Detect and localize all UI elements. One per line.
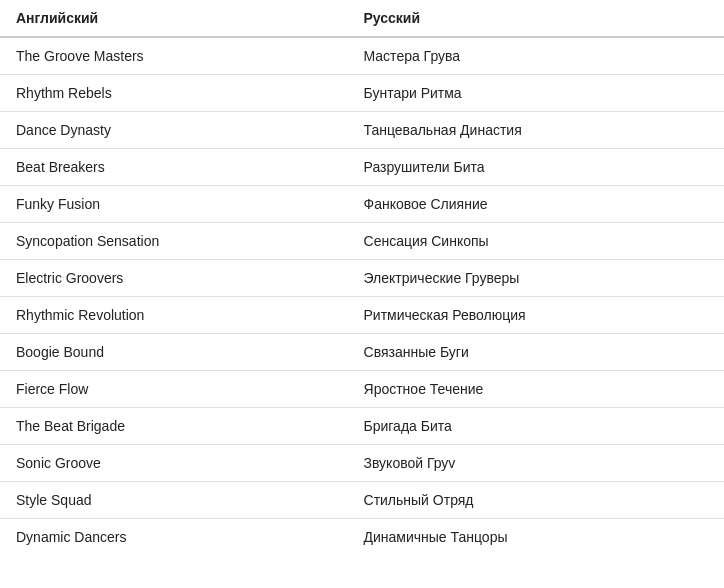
table-row: Rhythmic RevolutionРитмическая Революция (0, 297, 724, 334)
cell-english: Dance Dynasty (0, 112, 348, 149)
cell-russian: Мастера Грува (348, 37, 724, 75)
cell-english: Beat Breakers (0, 149, 348, 186)
cell-russian: Ритмическая Революция (348, 297, 724, 334)
table-row: Dance DynastyТанцевальная Династия (0, 112, 724, 149)
cell-russian: Яростное Течение (348, 371, 724, 408)
cell-russian: Стильный Отряд (348, 482, 724, 519)
cell-english: Rhythmic Revolution (0, 297, 348, 334)
table-row: Beat BreakersРазрушители Бита (0, 149, 724, 186)
cell-english: Fierce Flow (0, 371, 348, 408)
cell-russian: Динамичные Танцоры (348, 519, 724, 556)
cell-russian: Сенсация Синкопы (348, 223, 724, 260)
table-row: Style SquadСтильный Отряд (0, 482, 724, 519)
cell-russian: Звуковой Груv (348, 445, 724, 482)
cell-english: Syncopation Sensation (0, 223, 348, 260)
cell-russian: Связанные Буги (348, 334, 724, 371)
header-russian: Русский (348, 0, 724, 37)
cell-english: Electric Groovers (0, 260, 348, 297)
header-english: Английский (0, 0, 348, 37)
cell-english: Boogie Bound (0, 334, 348, 371)
cell-english: The Beat Brigade (0, 408, 348, 445)
table-row: Electric GrooversЭлектрические Груверы (0, 260, 724, 297)
table-row: Syncopation SensationСенсация Синкопы (0, 223, 724, 260)
cell-russian: Фанковое Слияние (348, 186, 724, 223)
cell-russian: Танцевальная Династия (348, 112, 724, 149)
table-row: Boogie BoundСвязанные Буги (0, 334, 724, 371)
cell-english: Funky Fusion (0, 186, 348, 223)
table-row: Dynamic DancersДинамичные Танцоры (0, 519, 724, 556)
cell-russian: Электрические Груверы (348, 260, 724, 297)
cell-english: Rhythm Rebels (0, 75, 348, 112)
table-row: Sonic GrooveЗвуковой Груv (0, 445, 724, 482)
table-header-row: Английский Русский (0, 0, 724, 37)
table-row: Fierce FlowЯростное Течение (0, 371, 724, 408)
cell-english: Dynamic Dancers (0, 519, 348, 556)
translation-table: Английский Русский The Groove MastersМас… (0, 0, 724, 555)
cell-english: Sonic Groove (0, 445, 348, 482)
table-row: Funky FusionФанковое Слияние (0, 186, 724, 223)
cell-russian: Разрушители Бита (348, 149, 724, 186)
cell-english: Style Squad (0, 482, 348, 519)
table-row: Rhythm RebelsБунтари Ритма (0, 75, 724, 112)
table-row: The Beat BrigadeБригада Бита (0, 408, 724, 445)
table-row: The Groove MastersМастера Грува (0, 37, 724, 75)
cell-russian: Бригада Бита (348, 408, 724, 445)
cell-russian: Бунтари Ритма (348, 75, 724, 112)
cell-english: The Groove Masters (0, 37, 348, 75)
